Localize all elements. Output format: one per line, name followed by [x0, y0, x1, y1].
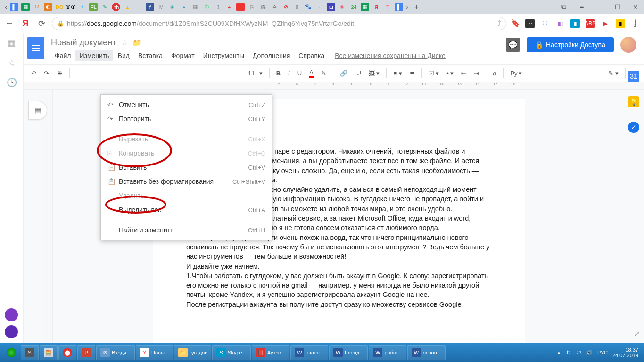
docs-logo-icon[interactable] [27, 37, 44, 59]
tab-icon[interactable]: ⎘ [248, 3, 256, 11]
indent-increase-button[interactable]: ⇥ [471, 68, 482, 79]
font-size-field[interactable]: 11 ▾ [245, 68, 265, 79]
reader-mode-icon[interactable]: ⤴ [497, 19, 501, 28]
menu-select-all[interactable]: Выделить все Ctrl+A [101, 203, 272, 217]
ext-icon[interactable]: 🛡 [540, 19, 550, 28]
bullet-list-button[interactable]: • ▾ [444, 68, 456, 79]
task-item[interactable]: ✉Входя... [96, 345, 135, 360]
start-button[interactable] [3, 345, 20, 360]
bold-button[interactable]: B [273, 68, 283, 79]
task-item[interactable]: 📕Аутсо... [252, 345, 290, 360]
tab-icon[interactable]: ш [327, 3, 335, 11]
menu-addons[interactable]: Дополнения [249, 50, 294, 61]
checklist-button[interactable]: ☑ ▾ [426, 68, 442, 79]
text-color-button[interactable]: A [306, 67, 316, 80]
window-minimize[interactable]: — [593, 2, 606, 12]
window-close[interactable]: ✕ [629, 2, 642, 12]
tab-icon[interactable]: f [146, 3, 154, 11]
document-title[interactable]: Новый документ [51, 38, 116, 48]
tab-icon[interactable]: ✲ [270, 3, 279, 11]
task-item[interactable]: Wтзлен... [290, 345, 328, 360]
menu-find-replace[interactable]: Найти и заменить Ctrl+H [101, 223, 272, 237]
new-tab-button[interactable]: + [412, 3, 421, 11]
ext-icon[interactable]: ⋯ [525, 19, 535, 28]
menu-insert[interactable]: Вставка [134, 50, 166, 61]
tab-icon[interactable]: 🐾 [304, 3, 313, 11]
menu-view[interactable]: Вид [114, 50, 133, 61]
tab-icon[interactable]: ✦ [78, 3, 86, 11]
body-text[interactable]: И давайте уже начнем. [186, 262, 492, 271]
tab-icon[interactable]: 24 [349, 3, 358, 11]
underline-button[interactable]: U [295, 68, 305, 79]
share-button[interactable]: 🔒 Настройки Доступа [527, 37, 614, 52]
align-button[interactable]: ≡ ▾ [390, 68, 405, 79]
downloads-icon[interactable]: ⭳ [631, 19, 640, 28]
ext-icon[interactable]: ▶ [601, 19, 610, 28]
undo-button[interactable]: ↶ [28, 68, 39, 79]
apps-grid-icon[interactable]: ▦ [8, 38, 16, 48]
url-field[interactable]: 🔒 https://docs.google.com/document/d/1Z0… [52, 17, 506, 30]
vertical-ruler[interactable] [42, 90, 53, 343]
task-item[interactable]: Wftленд... [329, 345, 368, 360]
task-item[interactable]: S [21, 345, 39, 360]
account-avatar[interactable] [620, 37, 636, 53]
tab-icon[interactable]: Я [372, 3, 380, 11]
task-item[interactable]: ⬤ [58, 345, 76, 360]
italic-button[interactable]: I [285, 68, 293, 79]
tray-icon[interactable]: 🏳 [566, 350, 571, 355]
redo-button[interactable]: ↷ [41, 68, 52, 79]
tab-icon[interactable]: ▯ [214, 3, 222, 11]
tab-icon[interactable]: ▦ [361, 3, 369, 11]
calendar-icon[interactable]: 31 [628, 71, 639, 82]
task-item[interactable]: YНовы... [136, 345, 173, 360]
move-folder-icon[interactable]: 📁 [132, 38, 142, 47]
tab-icon[interactable]: M [157, 3, 165, 11]
tab-icon[interactable]: ✆ [202, 3, 211, 11]
tab-icon[interactable]: ▯ [293, 3, 301, 11]
history-icon[interactable]: 🕓 [7, 77, 17, 88]
menu-redo[interactable]: ↷ Повторить Ctrl+Y [101, 112, 272, 126]
menu-edit[interactable]: Изменить [75, 50, 113, 61]
editing-mode-button[interactable]: ✎ ▾ [605, 68, 621, 79]
menu-paste[interactable]: 📋 Вставить Ctrl+V [101, 160, 272, 174]
tasks-icon[interactable]: ✓ [628, 122, 639, 133]
line-spacing-button[interactable]: ≣ [407, 68, 418, 79]
comments-icon[interactable]: 💬 [506, 38, 520, 52]
highlight-button[interactable]: ✎ [318, 68, 329, 79]
ext-icon[interactable]: ◧ [555, 19, 565, 28]
tabs-overview-icon[interactable]: ⧉ [557, 2, 570, 12]
clear-format-button[interactable]: ⌀ [490, 68, 499, 79]
tab-icon[interactable]: ▌ [10, 3, 18, 11]
star-icon[interactable]: ☆ [121, 38, 128, 47]
horizontal-ruler[interactable]: 5 6 7 8 9 10 11 12 13 14 15 16 17 18 [24, 82, 644, 90]
language-indicator[interactable]: РУС [597, 350, 608, 355]
favorites-icon[interactable]: ☆ [8, 58, 16, 68]
tab-icon[interactable]: ● [225, 3, 233, 11]
body-text[interactable]: После регистрации аккаунта вы получите д… [186, 300, 492, 309]
nav-reload[interactable]: ⟳ [36, 18, 47, 29]
ext-icon[interactable]: ▮ [570, 19, 580, 28]
tab-icon[interactable]: hh [112, 3, 120, 11]
task-item[interactable]: 🧮 [40, 345, 58, 360]
tab-icon[interactable] [236, 3, 245, 11]
tab-icon[interactable]: ⋮⋮ [134, 3, 143, 11]
tab-icon[interactable]: ᘏ [33, 3, 41, 11]
body-text[interactable]: 1.Чтобы работать с гуглдоком, у вас долж… [186, 271, 492, 300]
tab-icon[interactable]: ● [180, 3, 188, 11]
ext-icon[interactable]: ▮ [616, 19, 625, 28]
alice-bubble[interactable] [5, 308, 18, 321]
clock[interactable]: 18:37 24.07.2019 [612, 347, 641, 358]
insert-comment-button[interactable]: 🗨 [352, 68, 364, 79]
voice-bubble[interactable] [5, 325, 18, 338]
tab-icon[interactable]: FL [89, 3, 98, 11]
save-status[interactable]: Все изменения сохранены на Диске [335, 52, 446, 59]
tab-nav-right[interactable]: › [403, 3, 411, 11]
print-button[interactable]: 🖶 [54, 68, 66, 79]
explore-button[interactable]: ⤢ [632, 330, 642, 340]
tab-icon[interactable]: 簾 [259, 3, 267, 11]
tab-icon[interactable]: ⊘ [281, 3, 290, 11]
outline-toggle[interactable]: ▤ [28, 101, 47, 120]
menu-file[interactable]: Файл [51, 50, 74, 61]
tab-nav-left[interactable]: ‹ [2, 3, 10, 11]
keep-icon[interactable]: 💡 [628, 96, 639, 107]
